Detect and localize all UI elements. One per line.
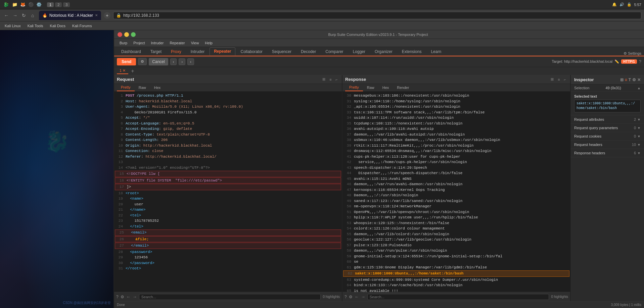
workspace-3[interactable]: 3	[63, 2, 70, 7]
request-line: 4 Gecko/20100101 Firefox/115.0	[114, 110, 342, 115]
bookmark-kali-docs-label: Kali Docs	[50, 24, 65, 28]
tab-logger[interactable]: Logger	[349, 48, 370, 56]
inspector-list-icon[interactable]: ≡	[625, 78, 627, 82]
resp-search-back-btn[interactable]: ←	[355, 294, 359, 299]
menu-repeater[interactable]: Repeater	[167, 40, 187, 46]
request-word-wrap-btn[interactable]: ⌐	[334, 76, 339, 82]
workspace-1[interactable]: 1	[47, 2, 54, 7]
tab-dashboard[interactable]: Dashboard	[117, 48, 145, 56]
req-tab-raw[interactable]: Raw	[135, 84, 150, 91]
home-button[interactable]: ⌂	[29, 12, 36, 19]
request-code-area[interactable]: 1POST /process.php HTTP/1.12Host: hacker…	[114, 92, 342, 292]
bookmark-kali-tools[interactable]: Kali Tools	[26, 23, 45, 29]
inspector-close-icon[interactable]: ✕	[637, 78, 641, 82]
inspector-row-cookies[interactable]: Request cookies 0 ▼	[571, 132, 644, 141]
nav-back-button[interactable]: ‹	[170, 58, 177, 65]
tab-close-button[interactable]: ✕	[95, 13, 98, 17]
resp-search-help-icon[interactable]: ?	[344, 295, 347, 299]
search-back-btn[interactable]: ←	[126, 294, 131, 299]
tab-target[interactable]: Target	[146, 48, 166, 56]
new-tab-button[interactable]: +	[104, 12, 110, 19]
response-search-input[interactable]	[367, 294, 549, 300]
inspector-settings-icon[interactable]: ⚙	[632, 78, 636, 82]
maximize-window-button[interactable]	[131, 32, 136, 37]
forward-button[interactable]: →	[11, 12, 19, 19]
files-icon[interactable]: 📁	[11, 1, 18, 8]
menu-view[interactable]: View	[188, 40, 202, 46]
inspector-row-req-headers[interactable]: Request headers 10 ▼	[571, 141, 644, 149]
menu-help[interactable]: Help	[202, 40, 215, 46]
tab-settings[interactable]: ⚙ Settings	[624, 51, 641, 56]
inspector-row-query-params[interactable]: Request query parameters 0 ▼	[571, 124, 644, 132]
main-layout: 🐉 CSDN @疯狂搞网安的18岁老登 Burp Suite Community…	[0, 30, 644, 308]
resp-tab-pretty[interactable]: Pretty	[345, 84, 363, 91]
response-layout-btn2[interactable]: ≡	[556, 76, 561, 82]
search-help-icon[interactable]: ?	[116, 295, 119, 299]
firefox-icon[interactable]: 🦊	[19, 1, 26, 8]
tab-intruder[interactable]: Intruder	[186, 48, 209, 56]
tab-sequencer[interactable]: Sequencer	[268, 48, 296, 56]
tab-collaborator[interactable]: Collaborator	[236, 48, 267, 56]
tab-comparer[interactable]: Comparer	[321, 48, 348, 56]
tab-repeater[interactable]: Repeater	[210, 47, 235, 56]
request-line: 20 user	[114, 202, 342, 207]
response-line: 31syslog:x:104:110::/home/syslog:/usr/sb…	[342, 99, 570, 104]
workspace-2[interactable]: 2	[55, 2, 62, 7]
back-button[interactable]: ←	[3, 12, 10, 19]
resp-search-forward-btn[interactable]: →	[361, 294, 365, 299]
tab-proxy[interactable]: Proxy	[167, 48, 186, 56]
resp-tab-render[interactable]: Render	[393, 84, 413, 91]
request-header: Request ⊞ ≡ ⌐	[114, 75, 342, 84]
inspector-text-icon[interactable]: T	[629, 78, 631, 82]
bookmark-kali-linux[interactable]: Kali Linux	[3, 23, 23, 29]
volume-icon[interactable]: 🔊	[619, 2, 624, 7]
tab-learn[interactable]: Learn	[426, 48, 446, 56]
tab-extensions[interactable]: Extensions	[398, 48, 426, 56]
url-bar[interactable]: 🔒 http://192.168.2.133	[113, 12, 641, 19]
repeater-tab-1[interactable]: 1 ✕	[117, 68, 128, 74]
help-icon[interactable]: ?	[639, 59, 641, 64]
close-window-button[interactable]	[118, 32, 122, 37]
selection-chevron-icon[interactable]: ▲	[637, 86, 641, 90]
tab-organizer[interactable]: Organizer	[370, 48, 397, 56]
inspector-row-resp-headers[interactable]: Response headers 6 ▼	[571, 149, 644, 157]
resp-search-settings-icon[interactable]: ⚙	[349, 295, 353, 299]
terminal-icon[interactable]: ⚫	[28, 1, 34, 8]
inspector-row-req-attrs[interactable]: Request attributes 2 ▼	[571, 115, 644, 124]
req-tab-hex[interactable]: Hex	[150, 84, 165, 91]
os-topbar-left: 🐉 📁 🦊 ⚫ ⚙️ 1 2 3	[3, 1, 70, 8]
menu-project[interactable]: Project	[131, 40, 147, 46]
nav-forward-button[interactable]: ›	[179, 58, 185, 65]
add-repeater-tab-button[interactable]: +	[130, 68, 135, 74]
minimize-window-button[interactable]	[124, 32, 129, 37]
cancel-button[interactable]: Cancel	[149, 58, 168, 65]
http-version-badge[interactable]: HTTP/1	[621, 59, 637, 64]
settings-icon[interactable]: ⚙️	[36, 1, 42, 8]
menu-intruder[interactable]: Intruder	[148, 40, 167, 46]
inspector-grid-icon[interactable]: ⊞	[620, 78, 624, 82]
response-layout-btn1[interactable]: ⊞	[549, 76, 555, 82]
menu-burp[interactable]: Burp	[117, 40, 130, 46]
notification-icon[interactable]: 🔔	[612, 2, 617, 7]
bookmark-kali-linux-label: Kali Linux	[5, 24, 21, 28]
reload-button[interactable]: ↻	[20, 12, 28, 19]
bookmark-kali-forums[interactable]: Kali Forums	[70, 23, 94, 29]
browser-tab-notorious[interactable]: 🔥 Notorious Kid : A Hacker ✕	[39, 11, 101, 20]
tab-decoder[interactable]: Decoder	[296, 48, 320, 56]
search-settings-icon[interactable]: ⚙	[121, 295, 124, 299]
req-tab-pretty[interactable]: Pretty	[117, 84, 135, 91]
search-forward-btn[interactable]: →	[133, 294, 137, 299]
resp-tab-raw[interactable]: Raw	[363, 84, 378, 91]
send-button[interactable]: Send	[117, 58, 136, 65]
request-search-input[interactable]	[139, 294, 321, 300]
lock-icon[interactable]: 🔒	[627, 2, 632, 7]
request-layout-btn1[interactable]: ⊞	[321, 76, 327, 82]
response-code-area[interactable]: 30messagebus:x:103:106::/nonexistent:/us…	[342, 92, 570, 292]
bookmark-kali-docs[interactable]: Kali Docs	[48, 23, 67, 29]
kali-logo-icon[interactable]: 🐉	[3, 1, 9, 8]
request-layout-btn2[interactable]: ≡	[328, 76, 333, 82]
settings-gear-button[interactable]: ⚙	[138, 58, 147, 65]
response-word-wrap-btn[interactable]: ⌐	[563, 76, 567, 82]
nav-forward2-button[interactable]: ›	[187, 58, 194, 65]
resp-tab-hex[interactable]: Hex	[378, 84, 393, 91]
